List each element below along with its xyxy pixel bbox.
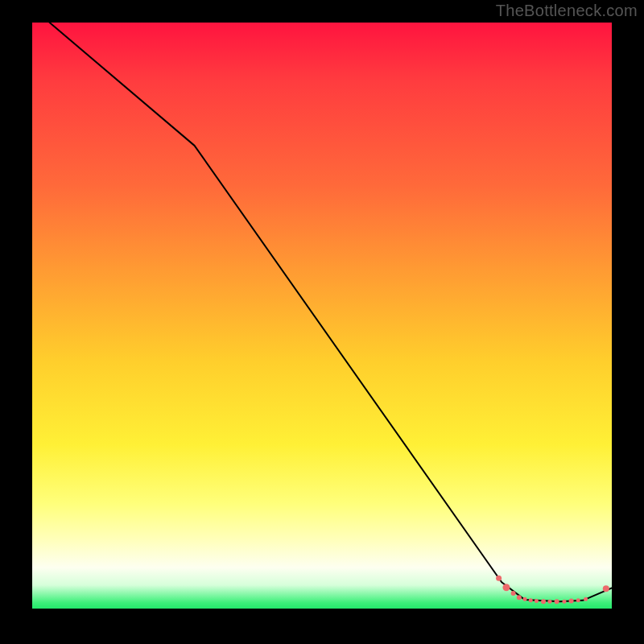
- marker-dot: [555, 599, 559, 604]
- marker-dot: [547, 600, 551, 604]
- marker-dot: [523, 597, 527, 601]
- line-series-layer: [50, 23, 612, 601]
- marker-dot: [576, 598, 580, 602]
- marker-dot: [562, 600, 566, 604]
- marker-dot: [496, 576, 502, 581]
- marker-dot: [535, 599, 539, 603]
- marker-dot: [511, 591, 516, 596]
- plot-outer: [32, 23, 612, 609]
- marker-series-layer: [496, 576, 609, 605]
- chart-frame: TheBottleneck.com: [0, 0, 644, 644]
- curve-path: [50, 23, 612, 601]
- marker-dot: [502, 584, 510, 591]
- marker-dot: [584, 597, 588, 601]
- marker-dot: [569, 599, 574, 604]
- marker-dot: [517, 595, 522, 600]
- marker-dot: [529, 598, 533, 602]
- marker-dot: [541, 599, 546, 604]
- chart-overlay-svg: [32, 23, 612, 609]
- marker-dot: [603, 585, 609, 592]
- watermark-text: TheBottleneck.com: [496, 2, 638, 20]
